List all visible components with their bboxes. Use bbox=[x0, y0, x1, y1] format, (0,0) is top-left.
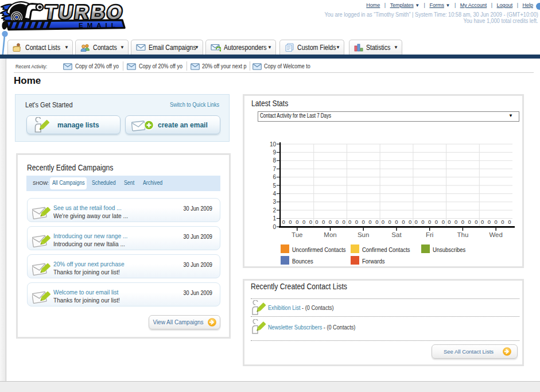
svg-text:0: 0 bbox=[495, 219, 498, 225]
svg-text:0: 0 bbox=[329, 219, 332, 225]
svg-text:0: 0 bbox=[375, 219, 378, 225]
svg-text:0: 0 bbox=[362, 219, 365, 225]
svg-text:0: 0 bbox=[315, 219, 318, 225]
svg-text:1: 1 bbox=[273, 215, 276, 222]
svg-text:0: 0 bbox=[355, 219, 358, 225]
svg-text:0: 0 bbox=[454, 219, 457, 225]
svg-text:4: 4 bbox=[273, 191, 276, 197]
svg-text:0: 0 bbox=[282, 219, 285, 225]
svg-text:0: 0 bbox=[435, 219, 438, 225]
svg-text:0: 0 bbox=[402, 219, 405, 225]
svg-text:0: 0 bbox=[461, 219, 464, 225]
svg-text:0: 0 bbox=[409, 219, 411, 225]
svg-text:0: 0 bbox=[289, 219, 292, 225]
svg-text:2: 2 bbox=[273, 207, 276, 214]
svg-text:Tue: Tue bbox=[292, 231, 302, 238]
svg-text:0: 0 bbox=[296, 219, 298, 225]
svg-text:10: 10 bbox=[270, 141, 277, 148]
svg-text:Wed: Wed bbox=[489, 231, 502, 238]
svg-text:0: 0 bbox=[389, 219, 391, 225]
svg-text:6: 6 bbox=[273, 174, 276, 180]
svg-text:Fri: Fri bbox=[426, 231, 433, 238]
svg-text:7: 7 bbox=[273, 166, 276, 172]
svg-text:8: 8 bbox=[273, 157, 276, 164]
svg-text:0: 0 bbox=[475, 219, 477, 225]
svg-text:0: 0 bbox=[414, 219, 417, 225]
svg-text:0: 0 bbox=[302, 219, 305, 225]
svg-text:0: 0 bbox=[508, 219, 511, 225]
svg-text:0: 0 bbox=[342, 219, 345, 225]
svg-text:0: 0 bbox=[322, 219, 325, 225]
svg-text:0: 0 bbox=[309, 219, 312, 225]
svg-text:0: 0 bbox=[448, 219, 450, 225]
svg-text:0: 0 bbox=[468, 219, 471, 225]
svg-text:Mon: Mon bbox=[324, 231, 336, 238]
svg-text:0: 0 bbox=[421, 219, 424, 225]
svg-text:0: 0 bbox=[348, 219, 351, 225]
svg-text:0: 0 bbox=[368, 219, 371, 225]
svg-text:9: 9 bbox=[273, 149, 276, 156]
svg-text:5: 5 bbox=[273, 183, 276, 189]
svg-text:0: 0 bbox=[481, 219, 484, 225]
svg-text:3: 3 bbox=[273, 199, 276, 205]
svg-text:0: 0 bbox=[382, 219, 384, 225]
svg-text:EMAIL: EMAIL bbox=[79, 22, 119, 29]
svg-text:0: 0 bbox=[442, 219, 445, 225]
svg-text:0: 0 bbox=[273, 224, 276, 230]
svg-text:Thu: Thu bbox=[457, 231, 468, 238]
svg-text:Sat: Sat bbox=[391, 231, 402, 238]
svg-text:0: 0 bbox=[501, 219, 504, 225]
svg-text:0: 0 bbox=[336, 219, 339, 225]
svg-text:0: 0 bbox=[488, 219, 491, 225]
svg-text:Sun: Sun bbox=[358, 231, 369, 238]
svg-text:0: 0 bbox=[428, 219, 431, 225]
svg-text:0: 0 bbox=[395, 219, 398, 225]
